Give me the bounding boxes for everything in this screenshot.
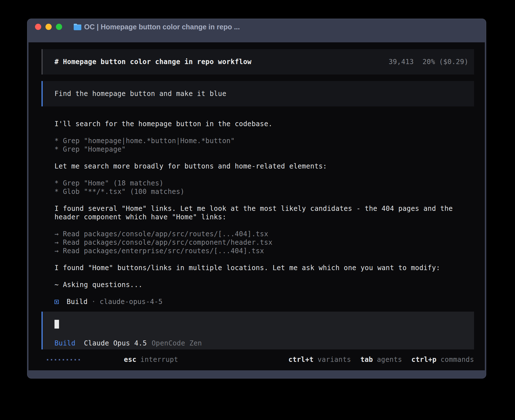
window-title: OC | Homepage button color change in rep… <box>84 23 240 31</box>
agent-build-icon <box>54 300 59 304</box>
transcript-paragraph: * Grep "Home" (18 matches)* Glob "**/*.t… <box>54 179 474 196</box>
transcript-line: I'll search for the homepage button in t… <box>54 120 474 128</box>
transcript-line: ~ Asking questions... <box>54 281 474 289</box>
hint-commands: ctrl+pcommands <box>411 355 474 364</box>
transcript-line: Let me search more broadly for buttons a… <box>54 162 474 170</box>
transcript-paragraph: I found several "Home" links. Let me loo… <box>54 204 474 221</box>
transcript-paragraph: ~ Asking questions... <box>54 281 474 289</box>
transcript-line: * Grep "Homepage" <box>54 145 474 154</box>
window-titlebar[interactable]: OC | Homepage button color change in rep… <box>27 19 486 42</box>
input-agent-label: Build <box>54 339 75 347</box>
session-stats: 39,413 20% ($0.29) <box>389 58 468 66</box>
transcript-line: I found "Home" buttons/links in multiple… <box>54 264 474 272</box>
hint-label: agents <box>377 356 402 364</box>
folder-icon <box>74 24 81 30</box>
hint-interrupt: escinterrupt <box>90 347 178 370</box>
hint-label: commands <box>440 356 474 364</box>
user-message: Find the homepage button and make it blu… <box>42 81 474 106</box>
transcript-line: → Read packages/console/app/src/routes/[… <box>54 230 474 238</box>
zoom-button-icon[interactable] <box>56 24 62 30</box>
transcript-line: I found several "Home" links. Let me loo… <box>54 204 474 213</box>
hint-variants: ctrl+tvariants <box>289 355 351 364</box>
hint-agents: tabagents <box>360 355 402 364</box>
transcript-line: → Read packages/enterprise/src/routes/[.… <box>54 247 474 255</box>
session-title: # Homepage button color change in repo w… <box>54 58 252 66</box>
hint-label: variants <box>318 356 351 364</box>
hint-key: ctrl+t <box>289 356 314 364</box>
terminal-window: OC | Homepage button color change in rep… <box>27 19 486 379</box>
transcript-line: header component which have "Home" links… <box>54 213 474 221</box>
input-model-label: Claude Opus 4.5 <box>84 339 147 347</box>
transcript: I'll search for the homepage button in t… <box>54 120 474 289</box>
transcript-line: * Grep "Home" (18 matches) <box>54 179 474 187</box>
hint-key: ctrl+p <box>411 356 437 364</box>
transcript-paragraph: → Read packages/console/app/src/routes/[… <box>54 230 474 255</box>
agent-status-row: Build · claude-opus-4-5 <box>54 298 485 306</box>
session-header: # Homepage button color change in repo w… <box>42 49 474 75</box>
status-footer: escinterrupt ctrl+tvariantstabagentsctrl… <box>47 355 474 364</box>
text-cursor <box>54 320 59 329</box>
hint-key: tab <box>360 356 373 364</box>
agent-name: Build <box>67 298 88 306</box>
transcript-line: * Grep "homepage|home.*button|Home.*butt… <box>54 137 474 145</box>
minimize-button-icon[interactable] <box>45 24 52 30</box>
transcript-line: * Glob "**/*.tsx" (100 matches) <box>54 187 474 196</box>
working-spinner-dots <box>47 359 80 360</box>
keyboard-hints: ctrl+tvariantstabagentsctrl+pcommands <box>279 355 474 364</box>
esc-key-label: esc <box>124 356 137 364</box>
transcript-paragraph: * Grep "homepage|home.*button|Home.*butt… <box>54 137 474 154</box>
transcript-line: → Read packages/console/app/src/componen… <box>54 238 474 247</box>
transcript-paragraph: I'll search for the homepage button in t… <box>54 120 474 128</box>
transcript-paragraph: Let me search more broadly for buttons a… <box>54 162 474 170</box>
prompt-input[interactable]: Build Claude Opus 4.5 OpenCode Zen <box>42 312 474 349</box>
token-count: 39,413 <box>389 58 414 66</box>
context-percentage: 20% <box>422 58 435 66</box>
input-status-bar: Build Claude Opus 4.5 OpenCode Zen <box>54 339 468 347</box>
status-separator: · <box>91 298 96 306</box>
transcript-paragraph: I found "Home" buttons/links in multiple… <box>54 264 474 272</box>
terminal-content: # Homepage button color change in repo w… <box>29 42 485 370</box>
agent-model: claude-opus-4-5 <box>100 298 163 306</box>
interrupt-label: interrupt <box>140 356 178 364</box>
user-message-text: Find the homepage button and make it blu… <box>54 89 226 98</box>
close-button-icon[interactable] <box>35 24 41 30</box>
session-cost: ($0.29) <box>439 58 468 66</box>
input-provider-label: OpenCode Zen <box>152 339 202 347</box>
